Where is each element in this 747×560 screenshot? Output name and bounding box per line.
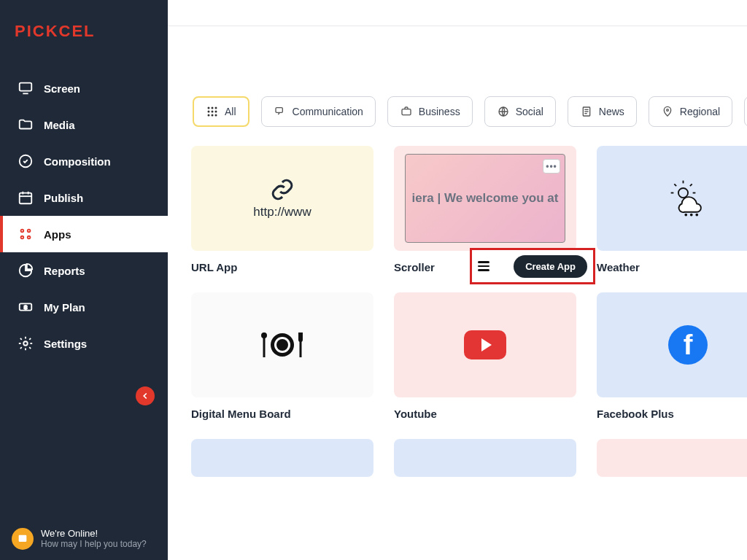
sidebar-item-composition[interactable]: Composition <box>0 143 168 179</box>
create-app-button[interactable]: Create App <box>514 255 587 278</box>
app-tile: http://www <box>191 146 374 251</box>
nav: Screen Media Composition Publish Apps Re… <box>0 70 168 362</box>
app-card-youtube[interactable]: Youtube <box>394 292 578 420</box>
filter-all[interactable]: All <box>193 96 249 127</box>
sidebar-item-myplan[interactable]: $ My Plan <box>0 289 168 325</box>
ticket-icon: $ <box>18 299 34 315</box>
collapse-sidebar-button[interactable] <box>136 386 155 405</box>
sidebar-item-label: Apps <box>44 228 71 241</box>
app-tile: ••• iera | We welcome you at <box>394 146 576 251</box>
svg-point-31 <box>666 109 668 112</box>
sidebar-item-label: Settings <box>44 338 87 350</box>
app-tile <box>394 292 576 397</box>
grid-icon <box>18 226 34 242</box>
svg-point-22 <box>212 114 214 117</box>
svg-point-15 <box>208 107 210 109</box>
svg-point-44 <box>691 214 692 216</box>
svg-point-50 <box>276 339 288 351</box>
svg-rect-14 <box>19 535 27 542</box>
gear-icon <box>18 335 34 351</box>
app-tile <box>191 439 374 477</box>
sidebar-item-settings[interactable]: Settings <box>0 325 168 362</box>
svg-text:$: $ <box>24 304 27 311</box>
svg-line-41 <box>674 184 676 186</box>
monitor-icon <box>18 80 34 96</box>
filter-label: Business <box>419 106 460 117</box>
app-card-menuboard[interactable]: Digital Menu Board <box>191 292 375 420</box>
app-tile <box>191 292 374 397</box>
chat-text: We're Online! How may I help you today? <box>41 528 147 549</box>
app-card-url[interactable]: http://www URL App <box>191 146 375 273</box>
svg-point-17 <box>215 107 217 109</box>
menu-icon <box>257 327 308 363</box>
sidebar-item-label: Publish <box>44 192 83 204</box>
youtube-icon <box>464 330 506 359</box>
sidebar-item-screen[interactable]: Screen <box>0 70 168 106</box>
chat-icon <box>12 528 34 550</box>
briefcase-icon <box>400 105 413 118</box>
filter-others[interactable]: Others <box>744 96 747 127</box>
filter-label: Regional <box>680 106 720 117</box>
svg-rect-3 <box>20 193 32 204</box>
svg-rect-25 <box>402 109 411 115</box>
svg-point-18 <box>208 111 210 113</box>
tile-menu-button[interactable]: ••• <box>543 159 560 174</box>
link-icon: http://www <box>253 177 311 219</box>
svg-point-7 <box>21 230 24 233</box>
app-tile <box>597 439 747 477</box>
sidebar: PICKCEL Screen Media Composition Publish… <box>0 0 168 560</box>
app-card-facebook[interactable]: f Facebook Plus <box>597 292 747 420</box>
sidebar-item-label: My Plan <box>44 301 85 314</box>
sidebar-item-label: Composition <box>44 155 111 168</box>
sidebar-item-reports[interactable]: Reports <box>0 252 168 289</box>
list-view-button[interactable] <box>478 261 489 271</box>
app-grid: http://www URL App ••• iera | We welcome… <box>191 146 747 506</box>
svg-point-10 <box>28 236 31 239</box>
filter-news[interactable]: News <box>568 96 637 127</box>
svg-point-43 <box>685 214 686 216</box>
svg-point-45 <box>696 214 697 216</box>
edit-icon <box>18 153 34 169</box>
app-name: Weather <box>597 261 747 273</box>
svg-point-36 <box>678 188 688 198</box>
svg-line-42 <box>690 184 692 186</box>
weather-icon <box>667 176 711 220</box>
app-card-weather[interactable]: Weather <box>597 146 747 273</box>
filter-social[interactable]: Social <box>484 96 556 127</box>
brand-logo: PICKCEL <box>0 0 168 70</box>
scroller-text: iera | We welcome you at <box>412 191 559 206</box>
svg-rect-0 <box>20 83 32 91</box>
filter-regional[interactable]: Regional <box>649 96 732 127</box>
filter-business[interactable]: Business <box>387 96 473 127</box>
filter-label: Communication <box>293 106 363 117</box>
filter-label: News <box>599 106 624 117</box>
chat-widget[interactable]: We're Online! How may I help you today? <box>12 528 147 550</box>
app-card-partial-1[interactable] <box>191 439 375 477</box>
svg-point-20 <box>215 111 217 113</box>
chat-subtitle: How may I help you today? <box>41 539 147 549</box>
app-name: URL App <box>191 261 375 273</box>
filter-communication[interactable]: Communication <box>261 96 376 127</box>
app-card-partial-2[interactable] <box>394 439 578 477</box>
svg-point-13 <box>23 341 28 346</box>
sidebar-item-label: Media <box>44 119 75 131</box>
create-app-highlight: Create App <box>470 248 595 284</box>
svg-point-21 <box>208 114 210 117</box>
url-subtitle: http://www <box>253 205 311 219</box>
sidebar-item-media[interactable]: Media <box>0 106 168 143</box>
scroller-preview: ••• iera | We welcome you at <box>405 154 565 243</box>
sidebar-item-publish[interactable]: Publish <box>0 179 168 216</box>
folder-icon <box>18 117 34 133</box>
app-tile <box>394 439 576 477</box>
sidebar-item-apps[interactable]: Apps <box>0 216 168 252</box>
svg-point-8 <box>28 230 31 233</box>
globe-icon <box>497 105 510 118</box>
grid-icon <box>206 105 219 118</box>
app-name: Facebook Plus <box>597 408 747 420</box>
doc-icon <box>580 105 593 118</box>
svg-point-9 <box>21 236 24 239</box>
app-card-partial-3[interactable] <box>597 439 747 477</box>
chat-icon <box>274 105 287 118</box>
app-tile: f <box>597 292 747 397</box>
filter-label: Social <box>516 106 543 117</box>
